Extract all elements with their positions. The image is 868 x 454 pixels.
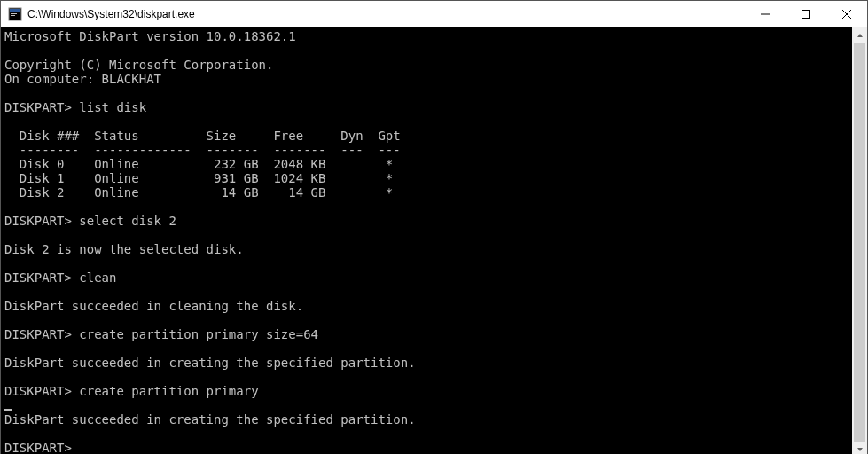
cmd-clean: clean: [79, 270, 116, 285]
client-area: Microsoft DiskPart version 10.0.18362.1 …: [1, 27, 867, 454]
scroll-down-button[interactable]: [852, 442, 867, 454]
msg-selected: Disk 2 is now the selected disk.: [4, 242, 244, 256]
scroll-track[interactable]: [852, 43, 867, 442]
scroll-up-button[interactable]: [852, 27, 867, 43]
cmd-select-disk: select disk 2: [79, 214, 176, 228]
msg-create-1: DiskPart succeeded in creating the speci…: [4, 356, 416, 370]
table-divider: -------- ------------- ------- ------- -…: [4, 143, 401, 157]
table-row: Disk 1 Online 931 GB 1024 KB *: [4, 171, 393, 185]
console-output[interactable]: Microsoft DiskPart version 10.0.18362.1 …: [1, 27, 852, 454]
cmd-create-partition-2: create partition primary: [79, 384, 258, 398]
minimize-button[interactable]: [745, 1, 786, 27]
svg-rect-3: [11, 15, 15, 16]
maximize-button[interactable]: [786, 1, 826, 27]
close-button[interactable]: [826, 1, 867, 27]
prompt: DISKPART>: [4, 327, 72, 341]
table-row: Disk 0 Online 232 GB 2048 KB *: [4, 157, 393, 171]
msg-clean: DiskPart succeeded in cleaning the disk.: [4, 299, 303, 313]
version-line: Microsoft DiskPart version 10.0.18362.1: [4, 29, 296, 43]
prompt: DISKPART>: [4, 384, 72, 398]
prompt: DISKPART>: [4, 100, 72, 114]
copyright-line: Copyright (C) Microsoft Corporation.: [4, 58, 273, 72]
svg-rect-2: [11, 13, 17, 14]
window: C:\Windows\System32\diskpart.exe Microso…: [0, 0, 868, 454]
titlebar[interactable]: C:\Windows\System32\diskpart.exe: [1, 1, 867, 27]
window-title: C:\Windows\System32\diskpart.exe: [27, 8, 195, 20]
msg-create-2: DiskPart succeeded in creating the speci…: [4, 412, 416, 427]
prompt: DISKPART>: [4, 441, 72, 454]
app-icon: [8, 7, 22, 21]
table-header: Disk ### Status Size Free Dyn Gpt: [4, 129, 401, 143]
table-row: Disk 2 Online 14 GB 14 GB *: [4, 185, 393, 200]
computer-line: On computer: BLACKHAT: [4, 72, 161, 86]
prompt: DISKPART>: [4, 270, 72, 285]
cmd-list-disk: list disk: [79, 100, 146, 114]
cmd-create-partition-1: create partition primary size=64: [79, 327, 318, 341]
prompt: DISKPART>: [4, 214, 72, 228]
text-cursor: [4, 409, 12, 411]
svg-rect-1: [10, 9, 20, 12]
svg-rect-4: [802, 10, 810, 18]
vertical-scrollbar[interactable]: [852, 27, 867, 454]
scroll-thumb[interactable]: [854, 43, 865, 442]
